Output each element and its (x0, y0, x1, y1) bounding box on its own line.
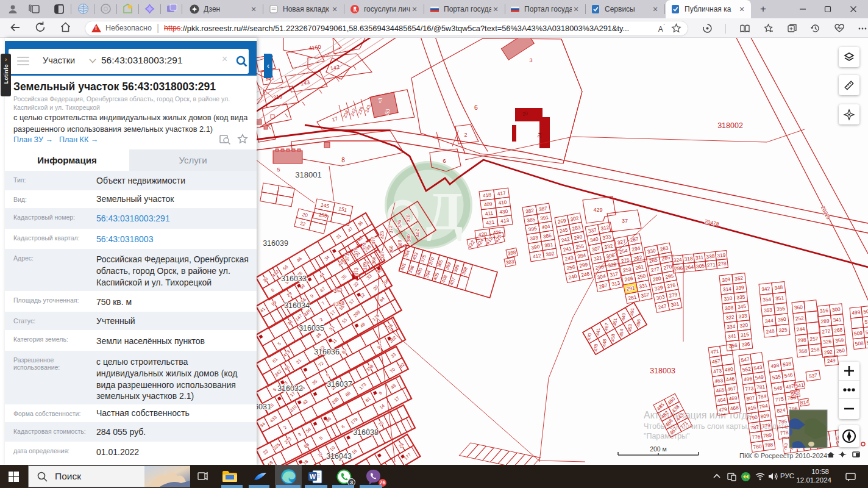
svg-text:W: W (309, 473, 316, 480)
